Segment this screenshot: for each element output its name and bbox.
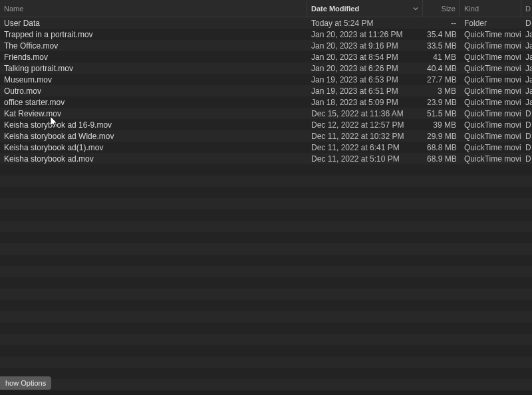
file-row[interactable]: Keisha storybook ad Wide.movDec 11, 2022…	[0, 130, 532, 142]
file-list: User DataToday at 5:24 PM--FolderDTrappe…	[0, 17, 532, 390]
file-date: Today at 5:24 PM	[307, 19, 423, 28]
empty-row	[0, 209, 532, 221]
file-extra: Ja	[521, 75, 532, 84]
file-kind: Folder	[460, 19, 521, 28]
file-name: Trapped in a portrait.mov	[0, 30, 307, 39]
file-extra: D	[521, 132, 532, 141]
column-label: Name	[4, 5, 23, 13]
file-extra: D	[521, 109, 532, 118]
column-label: Date Modified	[311, 5, 359, 13]
column-label: Size	[442, 5, 456, 13]
file-size: 35.4 MB	[423, 30, 460, 39]
empty-row	[0, 311, 532, 323]
column-header-row: Name Date Modified Size Kind D	[0, 0, 532, 17]
show-options-button[interactable]: how Options	[0, 376, 51, 390]
file-kind: QuickTime movie	[460, 75, 521, 84]
file-name: office starter.mov	[0, 98, 307, 107]
empty-row	[0, 379, 532, 390]
file-kind: QuickTime movie	[460, 53, 521, 62]
file-kind: QuickTime movie	[460, 98, 521, 107]
empty-row	[0, 300, 532, 311]
file-size: 40.4 MB	[423, 64, 460, 73]
file-size: 68.9 MB	[423, 154, 460, 164]
column-label: Kind	[464, 5, 479, 13]
file-size: 3 MB	[423, 86, 460, 96]
file-date: Jan 20, 2023 at 9:16 PM	[307, 41, 423, 51]
file-row[interactable]: User DataToday at 5:24 PM--FolderD	[0, 17, 532, 29]
file-name: Talking portrait.mov	[0, 64, 307, 73]
file-extra: D	[521, 120, 532, 130]
file-row[interactable]: Keisha storybook ad 16-9.movDec 12, 2022…	[0, 119, 532, 130]
file-kind: QuickTime movie	[460, 132, 521, 141]
file-size: 27.7 MB	[423, 75, 460, 84]
file-row[interactable]: Keisha storybook ad.movDec 11, 2022 at 5…	[0, 153, 532, 164]
empty-row	[0, 266, 532, 277]
file-name: Keisha storybook ad.mov	[0, 154, 307, 164]
chevron-down-icon	[413, 6, 418, 11]
show-options-label: how Options	[5, 379, 46, 387]
file-row[interactable]: office starter.movJan 18, 2023 at 5:09 P…	[0, 96, 532, 108]
empty-row	[0, 345, 532, 356]
file-name: Museum.mov	[0, 75, 307, 84]
file-extra: D	[521, 154, 532, 164]
empty-row	[0, 187, 532, 198]
file-row[interactable]: Kat Review.movDec 15, 2022 at 11:36 AM51…	[0, 108, 532, 119]
file-extra: Ja	[521, 64, 532, 73]
file-extra: Ja	[521, 41, 532, 51]
file-kind: QuickTime movie	[460, 109, 521, 118]
empty-row	[0, 323, 532, 334]
file-row[interactable]: Talking portrait.movJan 20, 2023 at 6:26…	[0, 63, 532, 74]
file-row[interactable]: Trapped in a portrait.movJan 20, 2023 at…	[0, 29, 532, 40]
empty-row	[0, 277, 532, 289]
file-size: 23.9 MB	[423, 98, 460, 107]
empty-row	[0, 164, 532, 176]
empty-row	[0, 198, 532, 209]
file-kind: QuickTime movie	[460, 86, 521, 96]
file-row[interactable]: Friends.movJan 20, 2023 at 8:54 PM41 MBQ…	[0, 51, 532, 63]
file-date: Dec 15, 2022 at 11:36 AM	[307, 109, 423, 118]
file-row[interactable]: Keisha storybook ad(1).movDec 11, 2022 a…	[0, 142, 532, 153]
column-header-size[interactable]: Size	[423, 0, 460, 17]
file-row[interactable]: Outro.movJan 19, 2023 at 6:51 PM3 MBQuic…	[0, 85, 532, 96]
empty-row	[0, 232, 532, 243]
file-size: 51.5 MB	[423, 109, 460, 118]
column-header-date[interactable]: Date Modified	[307, 0, 423, 17]
file-kind: QuickTime movie	[460, 154, 521, 164]
column-header-kind[interactable]: Kind	[460, 0, 521, 17]
file-size: 68.8 MB	[423, 143, 460, 152]
file-row[interactable]: Museum.movJan 19, 2023 at 6:53 PM27.7 MB…	[0, 74, 532, 85]
file-date: Dec 11, 2022 at 10:32 PM	[307, 132, 423, 141]
file-extra: Ja	[521, 98, 532, 107]
file-extra: D	[521, 19, 532, 28]
file-size: 41 MB	[423, 53, 460, 62]
file-name: User Data	[0, 19, 307, 28]
file-extra: Ja	[521, 30, 532, 39]
file-extra: Ja	[521, 86, 532, 96]
file-name: The Office.mov	[0, 41, 307, 51]
file-extra: D	[521, 143, 532, 152]
empty-row	[0, 176, 532, 187]
file-size: --	[423, 19, 460, 28]
file-date: Jan 20, 2023 at 6:26 PM	[307, 64, 423, 73]
file-date: Jan 19, 2023 at 6:53 PM	[307, 75, 423, 84]
file-name: Keisha storybook ad 16-9.mov	[0, 120, 307, 130]
file-size: 29.9 MB	[423, 132, 460, 141]
file-row[interactable]: The Office.movJan 20, 2023 at 9:16 PM33.…	[0, 40, 532, 51]
file-date: Jan 20, 2023 at 8:54 PM	[307, 53, 423, 62]
file-date: Jan 19, 2023 at 6:51 PM	[307, 86, 423, 96]
file-kind: QuickTime movie	[460, 41, 521, 51]
file-extra: Ja	[521, 53, 532, 62]
column-header-extra[interactable]: D	[521, 0, 532, 17]
file-kind: QuickTime movie	[460, 143, 521, 152]
file-size: 39 MB	[423, 120, 460, 130]
file-date: Dec 11, 2022 at 6:41 PM	[307, 143, 423, 152]
file-date: Dec 11, 2022 at 5:10 PM	[307, 154, 423, 164]
file-name: Keisha storybook ad(1).mov	[0, 143, 307, 152]
column-header-name[interactable]: Name	[0, 0, 307, 17]
file-name: Outro.mov	[0, 86, 307, 96]
empty-row	[0, 334, 532, 345]
file-name: Kat Review.mov	[0, 109, 307, 118]
file-name: Keisha storybook ad Wide.mov	[0, 132, 307, 141]
file-size: 33.5 MB	[423, 41, 460, 51]
empty-row	[0, 243, 532, 255]
